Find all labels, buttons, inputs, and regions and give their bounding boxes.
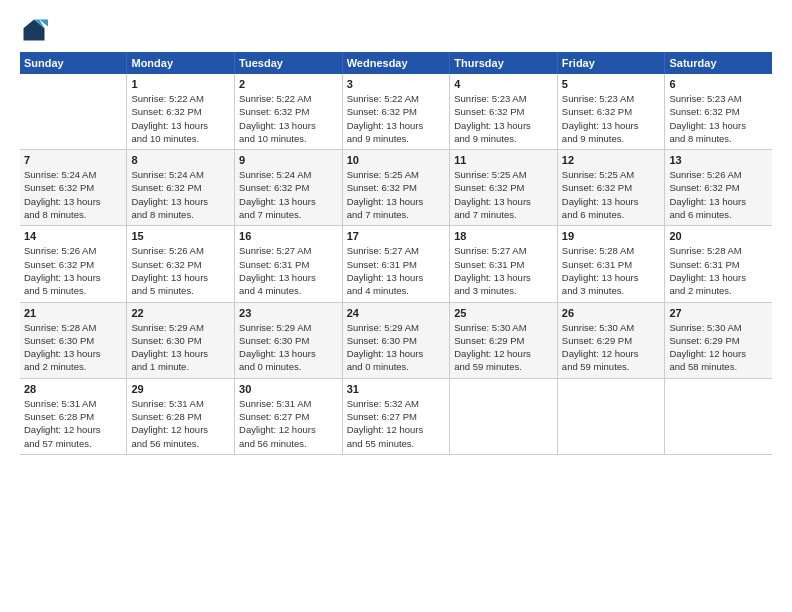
day-info: Sunrise: 5:23 AM Sunset: 6:32 PM Dayligh… xyxy=(669,92,768,145)
day-number: 16 xyxy=(239,230,338,242)
day-number: 2 xyxy=(239,78,338,90)
day-cell: 5Sunrise: 5:23 AM Sunset: 6:32 PM Daylig… xyxy=(557,74,665,150)
day-cell xyxy=(665,378,772,454)
day-cell: 14Sunrise: 5:26 AM Sunset: 6:32 PM Dayli… xyxy=(20,226,127,302)
day-info: Sunrise: 5:30 AM Sunset: 6:29 PM Dayligh… xyxy=(669,321,768,374)
day-cell: 18Sunrise: 5:27 AM Sunset: 6:31 PM Dayli… xyxy=(450,226,558,302)
day-cell: 10Sunrise: 5:25 AM Sunset: 6:32 PM Dayli… xyxy=(342,150,450,226)
day-info: Sunrise: 5:28 AM Sunset: 6:30 PM Dayligh… xyxy=(24,321,122,374)
day-cell: 11Sunrise: 5:25 AM Sunset: 6:32 PM Dayli… xyxy=(450,150,558,226)
day-number: 4 xyxy=(454,78,553,90)
day-number: 27 xyxy=(669,307,768,319)
page: SundayMondayTuesdayWednesdayThursdayFrid… xyxy=(0,0,792,467)
day-number: 13 xyxy=(669,154,768,166)
header-friday: Friday xyxy=(557,52,665,74)
day-number: 5 xyxy=(562,78,661,90)
day-cell xyxy=(557,378,665,454)
day-cell: 9Sunrise: 5:24 AM Sunset: 6:32 PM Daylig… xyxy=(235,150,343,226)
day-cell: 20Sunrise: 5:28 AM Sunset: 6:31 PM Dayli… xyxy=(665,226,772,302)
day-cell: 13Sunrise: 5:26 AM Sunset: 6:32 PM Dayli… xyxy=(665,150,772,226)
day-number: 26 xyxy=(562,307,661,319)
day-cell: 7Sunrise: 5:24 AM Sunset: 6:32 PM Daylig… xyxy=(20,150,127,226)
svg-marker-0 xyxy=(24,20,45,41)
day-info: Sunrise: 5:25 AM Sunset: 6:32 PM Dayligh… xyxy=(454,168,553,221)
day-cell xyxy=(20,74,127,150)
day-info: Sunrise: 5:29 AM Sunset: 6:30 PM Dayligh… xyxy=(347,321,446,374)
day-number: 10 xyxy=(347,154,446,166)
day-cell: 29Sunrise: 5:31 AM Sunset: 6:28 PM Dayli… xyxy=(127,378,235,454)
day-cell: 6Sunrise: 5:23 AM Sunset: 6:32 PM Daylig… xyxy=(665,74,772,150)
day-info: Sunrise: 5:29 AM Sunset: 6:30 PM Dayligh… xyxy=(239,321,338,374)
day-cell: 19Sunrise: 5:28 AM Sunset: 6:31 PM Dayli… xyxy=(557,226,665,302)
day-info: Sunrise: 5:24 AM Sunset: 6:32 PM Dayligh… xyxy=(24,168,122,221)
header-thursday: Thursday xyxy=(450,52,558,74)
day-cell: 26Sunrise: 5:30 AM Sunset: 6:29 PM Dayli… xyxy=(557,302,665,378)
day-info: Sunrise: 5:26 AM Sunset: 6:32 PM Dayligh… xyxy=(669,168,768,221)
day-info: Sunrise: 5:22 AM Sunset: 6:32 PM Dayligh… xyxy=(131,92,230,145)
day-number: 17 xyxy=(347,230,446,242)
day-cell: 22Sunrise: 5:29 AM Sunset: 6:30 PM Dayli… xyxy=(127,302,235,378)
day-number: 24 xyxy=(347,307,446,319)
day-cell: 2Sunrise: 5:22 AM Sunset: 6:32 PM Daylig… xyxy=(235,74,343,150)
calendar-header-row: SundayMondayTuesdayWednesdayThursdayFrid… xyxy=(20,52,772,74)
week-row-2: 7Sunrise: 5:24 AM Sunset: 6:32 PM Daylig… xyxy=(20,150,772,226)
day-number: 7 xyxy=(24,154,122,166)
day-cell: 27Sunrise: 5:30 AM Sunset: 6:29 PM Dayli… xyxy=(665,302,772,378)
day-info: Sunrise: 5:24 AM Sunset: 6:32 PM Dayligh… xyxy=(239,168,338,221)
week-row-3: 14Sunrise: 5:26 AM Sunset: 6:32 PM Dayli… xyxy=(20,226,772,302)
day-info: Sunrise: 5:31 AM Sunset: 6:28 PM Dayligh… xyxy=(24,397,122,450)
day-number: 3 xyxy=(347,78,446,90)
day-cell: 17Sunrise: 5:27 AM Sunset: 6:31 PM Dayli… xyxy=(342,226,450,302)
day-number: 14 xyxy=(24,230,122,242)
day-info: Sunrise: 5:30 AM Sunset: 6:29 PM Dayligh… xyxy=(454,321,553,374)
day-number: 25 xyxy=(454,307,553,319)
day-info: Sunrise: 5:30 AM Sunset: 6:29 PM Dayligh… xyxy=(562,321,661,374)
day-cell: 3Sunrise: 5:22 AM Sunset: 6:32 PM Daylig… xyxy=(342,74,450,150)
logo-icon xyxy=(20,16,48,44)
day-cell: 12Sunrise: 5:25 AM Sunset: 6:32 PM Dayli… xyxy=(557,150,665,226)
day-cell: 15Sunrise: 5:26 AM Sunset: 6:32 PM Dayli… xyxy=(127,226,235,302)
day-info: Sunrise: 5:31 AM Sunset: 6:28 PM Dayligh… xyxy=(131,397,230,450)
day-cell: 4Sunrise: 5:23 AM Sunset: 6:32 PM Daylig… xyxy=(450,74,558,150)
day-cell: 21Sunrise: 5:28 AM Sunset: 6:30 PM Dayli… xyxy=(20,302,127,378)
day-cell: 28Sunrise: 5:31 AM Sunset: 6:28 PM Dayli… xyxy=(20,378,127,454)
day-info: Sunrise: 5:29 AM Sunset: 6:30 PM Dayligh… xyxy=(131,321,230,374)
day-info: Sunrise: 5:26 AM Sunset: 6:32 PM Dayligh… xyxy=(131,244,230,297)
header xyxy=(20,16,772,44)
week-row-4: 21Sunrise: 5:28 AM Sunset: 6:30 PM Dayli… xyxy=(20,302,772,378)
day-info: Sunrise: 5:23 AM Sunset: 6:32 PM Dayligh… xyxy=(562,92,661,145)
day-cell: 23Sunrise: 5:29 AM Sunset: 6:30 PM Dayli… xyxy=(235,302,343,378)
week-row-5: 28Sunrise: 5:31 AM Sunset: 6:28 PM Dayli… xyxy=(20,378,772,454)
day-info: Sunrise: 5:23 AM Sunset: 6:32 PM Dayligh… xyxy=(454,92,553,145)
day-number: 18 xyxy=(454,230,553,242)
logo xyxy=(20,16,52,44)
day-number: 23 xyxy=(239,307,338,319)
day-info: Sunrise: 5:27 AM Sunset: 6:31 PM Dayligh… xyxy=(454,244,553,297)
day-cell: 31Sunrise: 5:32 AM Sunset: 6:27 PM Dayli… xyxy=(342,378,450,454)
header-monday: Monday xyxy=(127,52,235,74)
day-number: 28 xyxy=(24,383,122,395)
day-info: Sunrise: 5:27 AM Sunset: 6:31 PM Dayligh… xyxy=(347,244,446,297)
day-number: 1 xyxy=(131,78,230,90)
calendar-table: SundayMondayTuesdayWednesdayThursdayFrid… xyxy=(20,52,772,455)
day-info: Sunrise: 5:31 AM Sunset: 6:27 PM Dayligh… xyxy=(239,397,338,450)
day-info: Sunrise: 5:32 AM Sunset: 6:27 PM Dayligh… xyxy=(347,397,446,450)
day-info: Sunrise: 5:27 AM Sunset: 6:31 PM Dayligh… xyxy=(239,244,338,297)
day-cell: 1Sunrise: 5:22 AM Sunset: 6:32 PM Daylig… xyxy=(127,74,235,150)
day-cell: 16Sunrise: 5:27 AM Sunset: 6:31 PM Dayli… xyxy=(235,226,343,302)
day-cell: 30Sunrise: 5:31 AM Sunset: 6:27 PM Dayli… xyxy=(235,378,343,454)
day-number: 15 xyxy=(131,230,230,242)
day-number: 12 xyxy=(562,154,661,166)
day-info: Sunrise: 5:28 AM Sunset: 6:31 PM Dayligh… xyxy=(669,244,768,297)
header-saturday: Saturday xyxy=(665,52,772,74)
header-tuesday: Tuesday xyxy=(235,52,343,74)
day-cell xyxy=(450,378,558,454)
day-number: 20 xyxy=(669,230,768,242)
day-info: Sunrise: 5:22 AM Sunset: 6:32 PM Dayligh… xyxy=(347,92,446,145)
header-wednesday: Wednesday xyxy=(342,52,450,74)
day-info: Sunrise: 5:28 AM Sunset: 6:31 PM Dayligh… xyxy=(562,244,661,297)
day-number: 29 xyxy=(131,383,230,395)
week-row-1: 1Sunrise: 5:22 AM Sunset: 6:32 PM Daylig… xyxy=(20,74,772,150)
day-number: 19 xyxy=(562,230,661,242)
day-info: Sunrise: 5:26 AM Sunset: 6:32 PM Dayligh… xyxy=(24,244,122,297)
